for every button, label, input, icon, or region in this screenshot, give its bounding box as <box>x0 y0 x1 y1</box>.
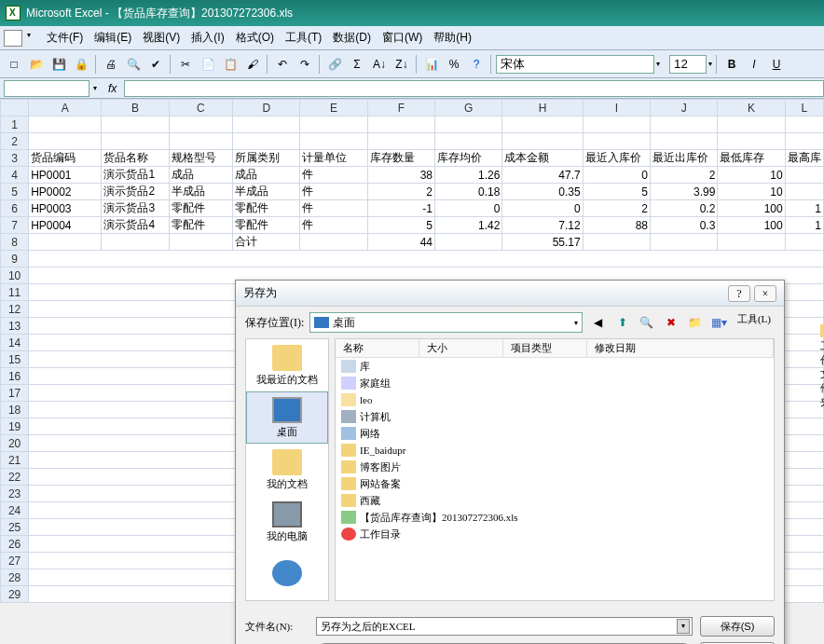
menu-format[interactable]: 格式(O) <box>230 27 280 48</box>
col-header-L[interactable]: L <box>785 100 823 116</box>
filename-input[interactable]: 另存为之后的EXCEL▾ <box>316 617 693 636</box>
row-header[interactable]: 26 <box>1 536 29 553</box>
list-item[interactable]: 库 工作文件夹 <box>336 358 774 375</box>
underline-button[interactable]: U <box>766 54 787 75</box>
font-size-combo[interactable] <box>669 55 707 74</box>
delete-button[interactable]: ✖ <box>661 312 681 333</box>
list-item[interactable]: 计算机 <box>336 408 774 425</box>
col-modified[interactable]: 修改日期 <box>587 339 774 357</box>
row-header[interactable]: 13 <box>1 318 29 335</box>
menu-insert[interactable]: 插入(I) <box>185 27 229 48</box>
views-button[interactable]: ▦▾ <box>709 312 730 333</box>
dialog-help-button[interactable]: ? <box>728 285 750 302</box>
tools-menu[interactable]: 工具(L) <box>734 312 775 333</box>
search-button[interactable]: 🔍 <box>637 312 657 333</box>
row-header[interactable]: 22 <box>1 469 29 486</box>
new-button[interactable]: □ <box>4 54 24 75</box>
col-header-A[interactable]: A <box>29 100 102 116</box>
row-header[interactable]: 12 <box>1 301 29 318</box>
row-header[interactable]: 11 <box>1 284 29 301</box>
formula-input[interactable] <box>124 80 824 97</box>
col-header-C[interactable]: C <box>169 100 232 116</box>
row-header[interactable]: 3 <box>1 150 29 167</box>
row-header[interactable]: 18 <box>1 402 29 418</box>
col-header-K[interactable]: K <box>718 100 785 116</box>
list-item[interactable]: 家庭组 <box>336 375 774 391</box>
col-header-H[interactable]: H <box>502 100 583 116</box>
list-item[interactable]: 博客图片 <box>336 459 774 475</box>
undo-button[interactable]: ↶ <box>272 54 293 75</box>
fx-label[interactable]: fx <box>101 82 124 95</box>
place-desktop[interactable]: 桌面 <box>246 391 328 444</box>
col-header-D[interactable]: D <box>233 100 300 116</box>
list-item[interactable]: 网络 <box>336 425 774 442</box>
save-button[interactable]: 💾 <box>48 54 69 75</box>
row-header[interactable]: 1 <box>1 116 29 133</box>
name-box[interactable] <box>4 80 89 97</box>
link-button[interactable]: 🔗 <box>324 54 345 75</box>
list-item[interactable]: 网站备案 <box>336 475 774 492</box>
row-header[interactable]: 19 <box>1 418 29 435</box>
sort-asc-button[interactable]: A↓ <box>369 54 390 75</box>
row-header[interactable]: 20 <box>1 435 29 452</box>
file-list-header[interactable]: 名称 大小 项目类型 修改日期 <box>336 339 774 358</box>
row-header[interactable]: 23 <box>1 486 29 502</box>
menu-window[interactable]: 窗口(W) <box>377 27 428 48</box>
row-header[interactable]: 17 <box>1 385 29 402</box>
row-header[interactable]: 8 <box>1 234 29 251</box>
list-item[interactable]: 西藏 <box>336 492 774 509</box>
col-name[interactable]: 名称 <box>336 339 419 357</box>
redo-button[interactable]: ↷ <box>295 54 315 75</box>
sort-desc-button[interactable]: Z↓ <box>391 54 412 75</box>
dialog-close-button[interactable]: × <box>754 285 776 302</box>
cut-button[interactable]: ✂ <box>175 54 196 75</box>
sum-button[interactable]: Σ <box>347 54 367 75</box>
row-header[interactable]: 9 <box>1 251 29 267</box>
new-folder-button[interactable]: 📁 <box>685 312 706 333</box>
menu-data[interactable]: 数据(D) <box>327 27 377 48</box>
place-recent[interactable]: 我最近的文档 <box>246 339 328 391</box>
col-header-J[interactable]: J <box>651 100 718 116</box>
dialog-titlebar[interactable]: 另存为 ? × <box>236 281 784 307</box>
col-type[interactable]: 项目类型 <box>503 339 587 357</box>
col-header-E[interactable]: E <box>300 100 367 116</box>
up-button[interactable]: ⬆ <box>612 312 633 333</box>
list-item[interactable]: leo <box>336 391 774 408</box>
bold-button[interactable]: B <box>721 54 742 75</box>
col-header-G[interactable]: G <box>435 100 502 116</box>
col-header-F[interactable]: F <box>367 100 434 116</box>
zoom-button[interactable]: % <box>444 54 464 75</box>
row-header[interactable]: 21 <box>1 452 29 469</box>
save-button[interactable]: 保存(S) <box>700 616 775 637</box>
row-header[interactable]: 7 <box>1 217 29 234</box>
menu-file[interactable]: 文件(F) <box>41 27 89 48</box>
menu-view[interactable]: 视图(V) <box>137 27 185 48</box>
font-name-combo[interactable] <box>496 55 654 74</box>
row-header[interactable]: 28 <box>1 569 29 586</box>
copy-button[interactable]: 📄 <box>198 54 218 75</box>
row-header[interactable]: 14 <box>1 335 29 351</box>
menu-edit[interactable]: 编辑(E) <box>89 27 137 48</box>
file-list[interactable]: 名称 大小 项目类型 修改日期 库 工作文件夹 家庭组 leo 计算机 网络 I… <box>335 338 775 601</box>
row-header[interactable]: 25 <box>1 519 29 536</box>
row-header[interactable]: 10 <box>1 267 29 284</box>
paste-button[interactable]: 📋 <box>220 54 240 75</box>
row-header[interactable]: 5 <box>1 184 29 200</box>
open-button[interactable]: 📂 <box>26 54 47 75</box>
row-header[interactable]: 6 <box>1 200 29 217</box>
row-header[interactable]: 16 <box>1 368 29 385</box>
row-header[interactable]: 15 <box>1 351 29 368</box>
row-header[interactable]: 27 <box>1 553 29 569</box>
preview-button[interactable]: 🔍 <box>123 54 144 75</box>
format-painter-button[interactable]: 🖌 <box>242 54 263 75</box>
row-header[interactable]: 24 <box>1 502 29 519</box>
list-item[interactable]: 工作目录 <box>336 526 774 542</box>
menu-tools[interactable]: 工具(T) <box>280 27 327 48</box>
row-header[interactable]: 4 <box>1 167 29 184</box>
place-mycomputer[interactable]: 我的电脑 <box>246 496 328 548</box>
col-header-I[interactable]: I <box>583 100 650 116</box>
col-size[interactable]: 大小 <box>419 339 503 357</box>
list-item[interactable]: 【货品库存查询】201307272306.xls <box>336 509 774 526</box>
row-header[interactable]: 29 <box>1 586 29 603</box>
new-doc-icon[interactable] <box>4 30 22 47</box>
